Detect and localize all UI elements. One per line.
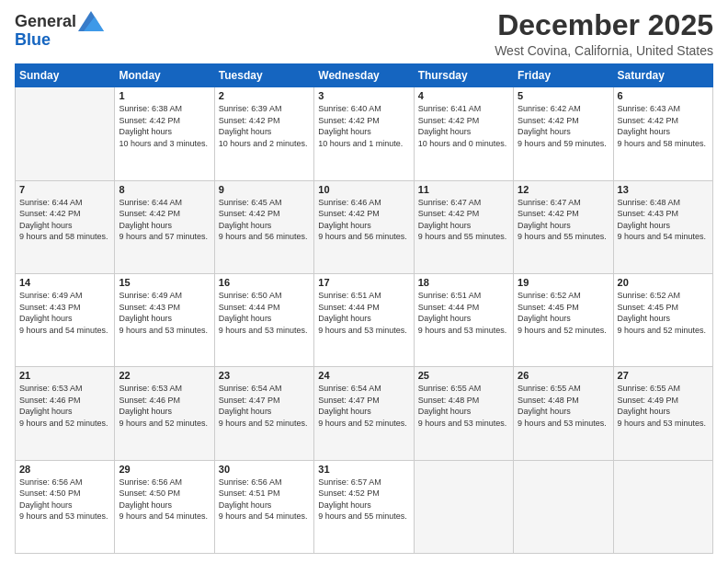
day-number: 22 — [119, 370, 210, 381]
header-friday: Friday — [514, 64, 613, 87]
day-info: Sunrise: 6:54 AMSunset: 4:47 PMDaylight … — [318, 383, 409, 429]
weekday-header-row: Sunday Monday Tuesday Wednesday Thursday… — [16, 64, 713, 87]
table-cell: 13Sunrise: 6:48 AMSunset: 4:43 PMDayligh… — [613, 180, 712, 273]
table-cell: 8Sunrise: 6:44 AMSunset: 4:42 PMDaylight… — [115, 180, 214, 273]
day-info: Sunrise: 6:41 AMSunset: 4:42 PMDaylight … — [418, 103, 509, 149]
table-cell: 6Sunrise: 6:43 AMSunset: 4:42 PMDaylight… — [613, 87, 712, 180]
day-info: Sunrise: 6:56 AMSunset: 4:50 PMDaylight … — [119, 477, 210, 523]
day-number: 24 — [318, 370, 409, 381]
table-cell: 28Sunrise: 6:56 AMSunset: 4:50 PMDayligh… — [16, 460, 115, 553]
day-number: 29 — [119, 464, 210, 475]
day-info: Sunrise: 6:47 AMSunset: 4:42 PMDaylight … — [418, 197, 509, 243]
table-cell: 29Sunrise: 6:56 AMSunset: 4:50 PMDayligh… — [115, 460, 214, 553]
table-cell: 20Sunrise: 6:52 AMSunset: 4:45 PMDayligh… — [613, 273, 712, 366]
table-cell: 9Sunrise: 6:45 AMSunset: 4:42 PMDaylight… — [214, 180, 313, 273]
day-info: Sunrise: 6:54 AMSunset: 4:47 PMDaylight … — [219, 383, 310, 429]
table-cell: 22Sunrise: 6:53 AMSunset: 4:46 PMDayligh… — [115, 367, 214, 460]
table-cell: 3Sunrise: 6:40 AMSunset: 4:42 PMDaylight… — [314, 87, 414, 180]
day-number: 16 — [219, 277, 310, 288]
table-cell: 26Sunrise: 6:55 AMSunset: 4:48 PMDayligh… — [514, 367, 613, 460]
day-number: 26 — [518, 370, 609, 381]
day-number: 23 — [219, 370, 310, 381]
day-info: Sunrise: 6:47 AMSunset: 4:42 PMDaylight … — [518, 197, 609, 243]
week-row-2: 7Sunrise: 6:44 AMSunset: 4:42 PMDaylight… — [16, 180, 713, 273]
day-info: Sunrise: 6:55 AMSunset: 4:48 PMDaylight … — [418, 383, 509, 429]
day-info: Sunrise: 6:49 AMSunset: 4:43 PMDaylight … — [119, 290, 210, 336]
table-cell — [16, 87, 115, 180]
header-monday: Monday — [115, 64, 214, 87]
table-cell: 16Sunrise: 6:50 AMSunset: 4:44 PMDayligh… — [214, 273, 313, 366]
table-cell: 19Sunrise: 6:52 AMSunset: 4:45 PMDayligh… — [514, 273, 613, 366]
calendar-table: Sunday Monday Tuesday Wednesday Thursday… — [15, 63, 713, 554]
table-cell — [613, 460, 712, 553]
day-info: Sunrise: 6:40 AMSunset: 4:42 PMDaylight … — [318, 103, 409, 149]
day-number: 31 — [318, 464, 409, 475]
logo-icon — [78, 11, 104, 31]
table-cell: 25Sunrise: 6:55 AMSunset: 4:48 PMDayligh… — [414, 367, 513, 460]
day-info: Sunrise: 6:49 AMSunset: 4:43 PMDaylight … — [19, 290, 110, 336]
table-cell: 17Sunrise: 6:51 AMSunset: 4:44 PMDayligh… — [314, 273, 414, 366]
table-cell: 21Sunrise: 6:53 AMSunset: 4:46 PMDayligh… — [16, 367, 115, 460]
day-info: Sunrise: 6:39 AMSunset: 4:42 PMDaylight … — [219, 103, 310, 149]
day-number: 10 — [318, 184, 409, 195]
day-number: 18 — [418, 277, 509, 288]
page: General Blue December 2025 West Covina, … — [0, 0, 728, 563]
table-cell: 27Sunrise: 6:55 AMSunset: 4:49 PMDayligh… — [613, 367, 712, 460]
day-info: Sunrise: 6:53 AMSunset: 4:46 PMDaylight … — [119, 383, 210, 429]
day-info: Sunrise: 6:57 AMSunset: 4:52 PMDaylight … — [318, 477, 409, 523]
day-number: 14 — [19, 277, 110, 288]
day-number: 30 — [219, 464, 310, 475]
day-number: 1 — [119, 90, 210, 101]
day-info: Sunrise: 6:52 AMSunset: 4:45 PMDaylight … — [618, 290, 709, 336]
table-cell: 18Sunrise: 6:51 AMSunset: 4:44 PMDayligh… — [414, 273, 513, 366]
logo-text-blue: Blue — [15, 31, 104, 50]
day-number: 5 — [518, 90, 609, 101]
month-title: December 2025 — [495, 9, 713, 41]
day-info: Sunrise: 6:52 AMSunset: 4:45 PMDaylight … — [518, 290, 609, 336]
day-info: Sunrise: 6:53 AMSunset: 4:46 PMDaylight … — [19, 383, 110, 429]
location: West Covina, California, United States — [495, 43, 713, 58]
header-saturday: Saturday — [613, 64, 712, 87]
table-cell: 14Sunrise: 6:49 AMSunset: 4:43 PMDayligh… — [16, 273, 115, 366]
header-thursday: Thursday — [414, 64, 513, 87]
day-number: 13 — [618, 184, 709, 195]
table-cell: 5Sunrise: 6:42 AMSunset: 4:42 PMDaylight… — [514, 87, 613, 180]
day-info: Sunrise: 6:43 AMSunset: 4:42 PMDaylight … — [618, 103, 709, 149]
day-info: Sunrise: 6:55 AMSunset: 4:49 PMDaylight … — [618, 383, 709, 429]
table-cell: 15Sunrise: 6:49 AMSunset: 4:43 PMDayligh… — [115, 273, 214, 366]
table-cell: 10Sunrise: 6:46 AMSunset: 4:42 PMDayligh… — [314, 180, 414, 273]
day-number: 11 — [418, 184, 509, 195]
table-cell: 12Sunrise: 6:47 AMSunset: 4:42 PMDayligh… — [514, 180, 613, 273]
day-number: 17 — [318, 277, 409, 288]
day-info: Sunrise: 6:42 AMSunset: 4:42 PMDaylight … — [518, 103, 609, 149]
day-number: 19 — [518, 277, 609, 288]
day-number: 20 — [618, 277, 709, 288]
header-tuesday: Tuesday — [214, 64, 313, 87]
day-info: Sunrise: 6:38 AMSunset: 4:42 PMDaylight … — [119, 103, 210, 149]
week-row-4: 21Sunrise: 6:53 AMSunset: 4:46 PMDayligh… — [16, 367, 713, 460]
day-info: Sunrise: 6:45 AMSunset: 4:42 PMDaylight … — [219, 197, 310, 243]
day-number: 27 — [618, 370, 709, 381]
day-info: Sunrise: 6:50 AMSunset: 4:44 PMDaylight … — [219, 290, 310, 336]
day-info: Sunrise: 6:51 AMSunset: 4:44 PMDaylight … — [318, 290, 409, 336]
day-number: 12 — [518, 184, 609, 195]
table-cell — [514, 460, 613, 553]
day-info: Sunrise: 6:44 AMSunset: 4:42 PMDaylight … — [119, 197, 210, 243]
day-info: Sunrise: 6:51 AMSunset: 4:44 PMDaylight … — [418, 290, 509, 336]
week-row-3: 14Sunrise: 6:49 AMSunset: 4:43 PMDayligh… — [16, 273, 713, 366]
table-cell: 7Sunrise: 6:44 AMSunset: 4:42 PMDaylight… — [16, 180, 115, 273]
header: General Blue December 2025 West Covina, … — [15, 9, 713, 58]
day-info: Sunrise: 6:48 AMSunset: 4:43 PMDaylight … — [618, 197, 709, 243]
day-number: 28 — [19, 464, 110, 475]
table-cell: 11Sunrise: 6:47 AMSunset: 4:42 PMDayligh… — [414, 180, 513, 273]
day-number: 7 — [19, 184, 110, 195]
day-number: 6 — [618, 90, 709, 101]
table-cell: 24Sunrise: 6:54 AMSunset: 4:47 PMDayligh… — [314, 367, 414, 460]
week-row-5: 28Sunrise: 6:56 AMSunset: 4:50 PMDayligh… — [16, 460, 713, 553]
day-number: 25 — [418, 370, 509, 381]
day-info: Sunrise: 6:44 AMSunset: 4:42 PMDaylight … — [19, 197, 110, 243]
table-cell: 1Sunrise: 6:38 AMSunset: 4:42 PMDaylight… — [115, 87, 214, 180]
title-block: December 2025 West Covina, California, U… — [495, 9, 713, 58]
header-wednesday: Wednesday — [314, 64, 414, 87]
day-info: Sunrise: 6:55 AMSunset: 4:48 PMDaylight … — [518, 383, 609, 429]
